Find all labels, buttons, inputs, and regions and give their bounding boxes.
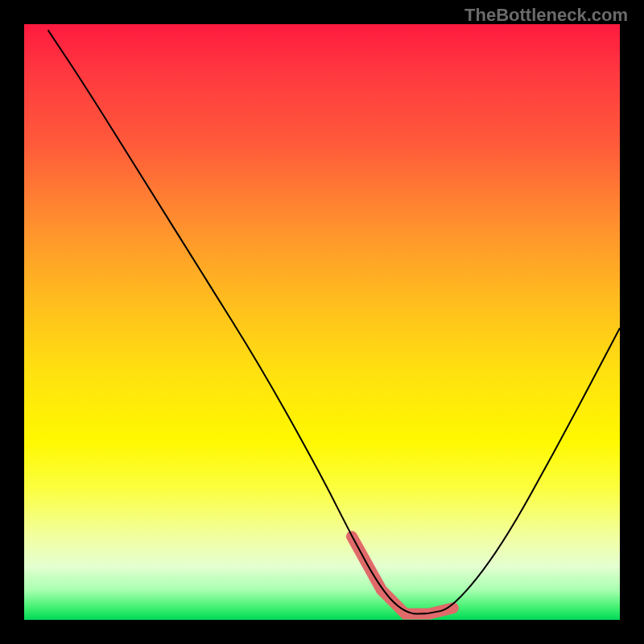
highlight-segment bbox=[352, 536, 453, 613]
plot-area bbox=[24, 24, 620, 620]
curve-svg bbox=[24, 24, 620, 620]
watermark-text: TheBottleneck.com bbox=[464, 5, 628, 26]
bottleneck-curve-line bbox=[48, 30, 620, 613]
